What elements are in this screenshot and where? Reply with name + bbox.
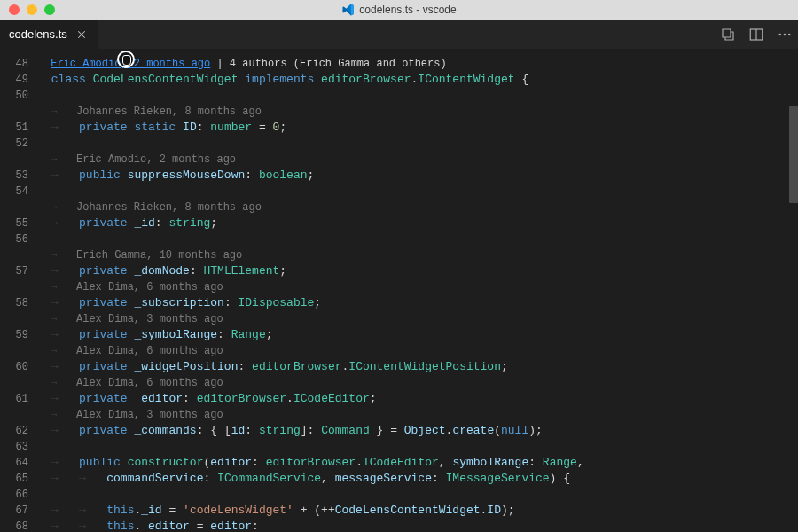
code-line	[44, 439, 798, 455]
line-number	[0, 152, 44, 168]
code-line: → private _domNode: HTMLElement;	[44, 263, 798, 279]
line-number	[0, 200, 44, 215]
minimize-window-button[interactable]	[27, 4, 37, 15]
codelens-authors: Eric Amodio, 2 months ago | 4 authors (E…	[44, 56, 798, 72]
close-tab-button[interactable]	[74, 27, 89, 42]
line-number: 62	[0, 423, 44, 439]
line-number: 61	[0, 391, 44, 407]
line-number: 64	[0, 455, 44, 471]
window-title-text: codelens.ts - vscode	[359, 4, 456, 16]
tab-codelens[interactable]: codelens.ts	[0, 20, 98, 49]
blame-annotation: → Alex Dima, 6 months ago	[44, 343, 798, 359]
line-number: 52	[0, 136, 44, 152]
editor-toolbar	[720, 20, 793, 49]
window-title: codelens.ts - vscode	[341, 4, 456, 16]
blame-annotation: → Alex Dima, 3 months ago	[44, 311, 798, 327]
code-line: → private _editor: editorBrowser.ICodeEd…	[44, 391, 798, 407]
scrollbar-thumb[interactable]	[789, 106, 798, 203]
code-line: → private _id: string;	[44, 215, 798, 231]
line-number: 56	[0, 231, 44, 247]
svg-point-3	[784, 33, 786, 35]
vscode-icon	[341, 4, 354, 16]
code-line: → → this._id = 'codeLensWidget' + (++Cod…	[44, 503, 798, 519]
line-number: 49	[0, 72, 44, 88]
blame-annotation: → Alex Dima, 3 months ago	[44, 407, 798, 423]
zoom-window-button[interactable]	[44, 4, 55, 15]
code-line: → private static ID: number = 0;	[44, 120, 798, 136]
code-line: → public suppressMouseDown: boolean;	[44, 168, 798, 184]
code-line: → private _symbolRange: Range;	[44, 327, 798, 343]
open-changes-icon[interactable]	[720, 27, 736, 43]
line-number-gutter: 4849505152535455565758596061626364656667…	[0, 49, 44, 532]
line-number: 50	[0, 88, 44, 104]
split-editor-icon[interactable]	[748, 27, 764, 43]
blame-annotation: → Erich Gamma, 10 months ago	[44, 247, 798, 263]
code-line	[44, 136, 798, 152]
line-number: 51	[0, 120, 44, 136]
line-number	[0, 407, 44, 423]
codelens-author-link[interactable]: Eric Amodio, 2 months ago	[51, 58, 210, 70]
blame-annotation: → Johannes Rieken, 8 months ago	[44, 104, 798, 120]
blame-annotation: → Eric Amodio, 2 months ago	[44, 152, 798, 168]
code-line	[44, 231, 798, 247]
line-number: 54	[0, 184, 44, 200]
line-number	[0, 279, 44, 295]
code-line: class CodeLensContentWidget implements e…	[44, 72, 798, 88]
code-content[interactable]: Eric Amodio, 2 months ago | 4 authors (E…	[44, 49, 798, 532]
line-number: 59	[0, 327, 44, 343]
code-line: → private _widgetPosition: editorBrowser…	[44, 359, 798, 375]
close-window-button[interactable]	[9, 4, 20, 15]
code-line	[44, 88, 798, 104]
code-line	[44, 487, 798, 503]
code-line: → public constructor(editor: editorBrows…	[44, 455, 798, 471]
vertical-scrollbar[interactable]	[787, 49, 798, 532]
close-icon	[76, 29, 87, 40]
line-number: 60	[0, 359, 44, 375]
more-actions-icon[interactable]	[777, 27, 793, 43]
line-number	[0, 104, 44, 120]
svg-point-4	[788, 33, 791, 35]
traffic-lights	[0, 4, 55, 15]
tab-bar: codelens.ts	[0, 20, 798, 49]
line-number: 63	[0, 439, 44, 455]
code-line: → private _commands: { [id: string]: Com…	[44, 423, 798, 439]
code-line: → → commandService: ICommandService, mes…	[44, 471, 798, 487]
blame-annotation: → Johannes Rieken, 8 months ago	[44, 200, 798, 215]
line-number: 55	[0, 215, 44, 231]
line-number	[0, 375, 44, 391]
code-line	[44, 184, 798, 200]
line-number: 48	[0, 56, 44, 72]
code-line: → private _subscription: IDisposable;	[44, 295, 798, 311]
svg-point-2	[778, 33, 781, 35]
blame-annotation: → Alex Dima, 6 months ago	[44, 279, 798, 295]
line-number: 68	[0, 519, 44, 532]
editor-area[interactable]: 4849505152535455565758596061626364656667…	[0, 49, 798, 532]
code-line: → → this. editor = editor:	[44, 519, 798, 532]
line-number: 57	[0, 263, 44, 279]
line-number: 53	[0, 168, 44, 184]
line-number	[0, 311, 44, 327]
line-number: 65	[0, 471, 44, 487]
line-number	[0, 247, 44, 263]
line-number: 67	[0, 503, 44, 519]
tab-label: codelens.ts	[9, 27, 67, 41]
macos-titlebar: codelens.ts - vscode	[0, 0, 798, 20]
line-number: 58	[0, 295, 44, 311]
codelens-author-suffix: | 4 authors (Erich Gamma and others)	[210, 58, 446, 70]
blame-annotation: → Alex Dima, 6 months ago	[44, 375, 798, 391]
line-number: 66	[0, 487, 44, 503]
line-number	[0, 343, 44, 359]
